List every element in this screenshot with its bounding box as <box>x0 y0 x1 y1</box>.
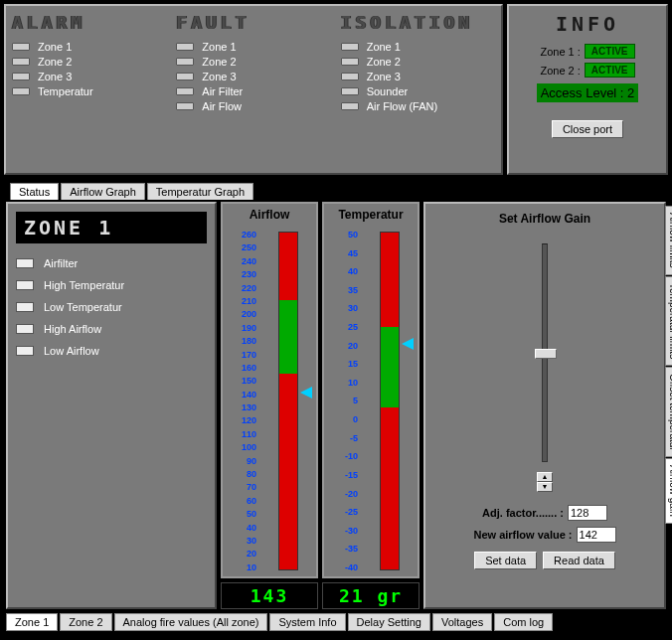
airflow-gauge-title: Airflow <box>221 202 318 226</box>
led-icon <box>16 324 34 334</box>
zone-status-item: Airfilter <box>16 257 207 269</box>
isolation-label: Zone 2 <box>367 56 401 68</box>
bottom-tabs: Zone 1 Zone 2 Analog fire values (All zo… <box>6 613 672 631</box>
spinner-down-button[interactable]: ▼ <box>537 482 553 492</box>
gain-spinner: ▲ ▼ <box>537 472 553 492</box>
slider-thumb-icon[interactable] <box>535 349 557 359</box>
alarm-title: ALARM <box>12 12 166 33</box>
fault-item: Zone 1 <box>176 41 330 53</box>
isolation-label: Zone 3 <box>367 71 401 82</box>
zone-status-label: Low Airflow <box>44 345 99 357</box>
temperature-gauge: Temperatur 50454035302520151050-5-10-15-… <box>322 202 420 609</box>
led-icon <box>341 87 359 95</box>
isolation-label: Sounder <box>367 85 409 97</box>
alarm-item: Zone 1 <box>12 41 166 53</box>
gain-title: Set Airflow Gain <box>499 212 590 226</box>
adj-factor-row: Adj. factor....... : <box>433 505 656 521</box>
led-icon <box>16 258 34 268</box>
tab-zone2[interactable]: Zone 2 <box>60 613 111 631</box>
set-data-button[interactable]: Set data <box>474 552 537 569</box>
fault-label: Zone 3 <box>202 71 236 82</box>
tab-voltages[interactable]: Voltages <box>432 613 492 631</box>
side-tab-temperature-limits[interactable]: Temperatur limits <box>665 276 672 366</box>
tab-delay-setting[interactable]: Delay Setting <box>348 613 430 631</box>
tab-system-info[interactable]: System Info <box>269 613 345 631</box>
led-icon <box>12 87 30 95</box>
info-zone-row: Zone 2 :ACTIVE <box>540 63 634 78</box>
new-airflow-input[interactable] <box>577 527 616 543</box>
tab-status[interactable]: Status <box>10 183 59 200</box>
temperature-scale: 50454035302520151050-5-10-15-20-25-30-35… <box>328 230 358 572</box>
tab-com-log[interactable]: Com log <box>494 613 553 631</box>
led-icon <box>16 280 34 290</box>
info-panel: INFO Zone 1 :ACTIVE Zone 2 :ACTIVE Acces… <box>507 4 668 175</box>
led-icon <box>176 102 194 110</box>
spinner-up-button[interactable]: ▲ <box>537 472 553 482</box>
isolation-item: Air Flow (FAN) <box>341 100 495 112</box>
alarm-column: ALARM Zone 1 Zone 2 Zone 3 Temperatur <box>12 12 166 167</box>
pointer-icon <box>300 387 312 399</box>
airflow-scale: 2602502402302202102001901801701601501401… <box>227 230 256 572</box>
led-icon <box>341 43 359 51</box>
led-icon <box>176 58 194 66</box>
fault-label: Zone 2 <box>202 56 236 68</box>
isolation-column: ISOLATION Zone 1 Zone 2 Zone 3 Sounder A… <box>341 12 495 167</box>
read-data-button[interactable]: Read data <box>543 552 615 569</box>
top-tabs: Status Airflow Graph Temperatur Graph <box>10 183 672 200</box>
gain-slider[interactable] <box>542 243 548 462</box>
pointer-icon <box>402 338 414 350</box>
isolation-item: Zone 1 <box>341 41 495 53</box>
zone-status-label: High Temperatur <box>44 279 124 291</box>
info-zone-label: Zone 2 : <box>540 65 580 77</box>
temperature-bar <box>380 232 400 570</box>
temperature-readout: 21 gr <box>322 582 420 609</box>
alarm-label: Zone 2 <box>38 56 72 68</box>
side-tabs: Airflow limits Temperatur limits Offset … <box>665 206 672 525</box>
alarm-label: Temperatur <box>38 85 93 97</box>
zone-status-label: Low Temperatur <box>44 301 122 313</box>
fault-label: Air Filter <box>202 85 243 97</box>
led-icon <box>12 73 30 80</box>
fault-title: FAULT <box>176 12 330 33</box>
airflow-gauge: Airflow 26025024023022021020019018017016… <box>221 202 318 609</box>
tab-temperature-graph[interactable]: Temperatur Graph <box>147 183 253 200</box>
alarm-item: Zone 2 <box>12 56 166 68</box>
isolation-title: ISOLATION <box>341 12 495 33</box>
led-icon <box>12 43 30 51</box>
new-airflow-row: New airflow value : <box>433 527 656 543</box>
led-icon <box>16 346 34 356</box>
fault-item: Air Flow <box>176 100 330 112</box>
info-zone-label: Zone 1 : <box>540 46 580 58</box>
temperature-gauge-title: Temperatur <box>322 202 420 226</box>
led-icon <box>176 43 194 51</box>
led-icon <box>176 87 194 95</box>
info-zone-row: Zone 1 :ACTIVE <box>540 44 634 59</box>
airflow-gain-panel: Set Airflow Gain ▲ ▼ Adj. factor....... … <box>423 202 666 609</box>
zone-status-item: High Temperatur <box>16 279 207 291</box>
new-airflow-label: New airflow value : <box>473 529 572 541</box>
adj-factor-label: Adj. factor....... : <box>482 507 564 519</box>
side-tab-airflow-gain[interactable]: Airflow gain <box>665 458 672 524</box>
adj-factor-input[interactable] <box>568 505 607 521</box>
side-tab-airflow-limits[interactable]: Airflow limits <box>665 206 672 275</box>
alarm-item: Temperatur <box>12 85 166 97</box>
alarm-label: Zone 1 <box>38 41 72 53</box>
top-status-panel: ALARM Zone 1 Zone 2 Zone 3 Temperatur FA… <box>4 4 503 175</box>
temperature-gauge-body: 50454035302520151050-5-10-15-20-25-30-35… <box>322 226 420 578</box>
isolation-label: Zone 1 <box>367 41 401 53</box>
tab-zone1[interactable]: Zone 1 <box>6 613 58 631</box>
side-tab-offset-temperature[interactable]: Offset temperatur <box>665 367 672 458</box>
close-port-button[interactable]: Close port <box>552 120 623 138</box>
led-icon <box>16 302 34 312</box>
airflow-readout: 143 <box>221 582 318 609</box>
fault-label: Air Flow <box>202 100 242 112</box>
tab-analog-fire[interactable]: Analog fire values (All zone) <box>114 613 268 631</box>
zone-status-item: Low Temperatur <box>16 301 207 313</box>
fault-item: Zone 2 <box>176 56 330 68</box>
alarm-item: Zone 3 <box>12 71 166 82</box>
zone-status-label: Airfilter <box>44 257 78 269</box>
fault-item: Zone 3 <box>176 71 330 82</box>
tab-airflow-graph[interactable]: Airflow Graph <box>61 183 145 200</box>
led-icon <box>12 58 30 66</box>
info-title: INFO <box>556 12 619 36</box>
